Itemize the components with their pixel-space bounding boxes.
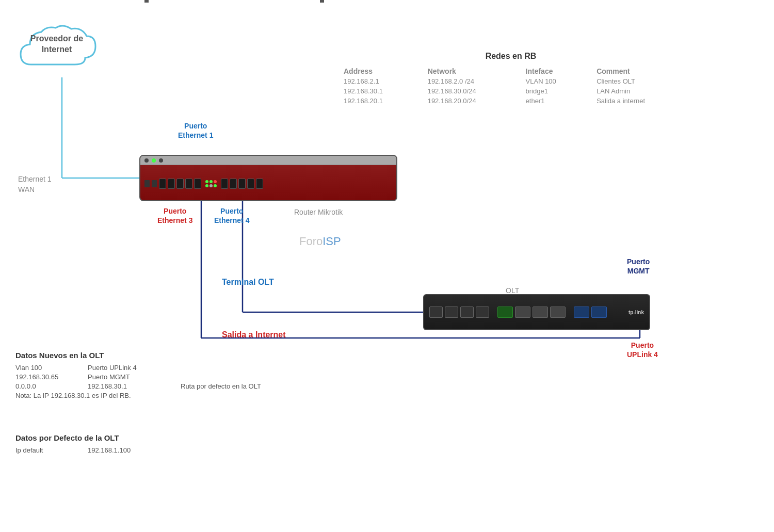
uplink-ports bbox=[574, 307, 607, 318]
datos-col3-3: Ruta por defecto en la OLT bbox=[181, 382, 261, 390]
cell-comment-2: LAN Admin bbox=[588, 86, 686, 96]
datos-row-4: Nota: La IP 192.168.30.1 es IP del RB. bbox=[15, 392, 325, 399]
puerto-eth3-label: Puerto Ethernet 3 bbox=[157, 206, 192, 225]
diagram-container: Proveedor de Internet Ethernet 1 WAN bbox=[0, 0, 774, 532]
uplink-port-1 bbox=[574, 307, 589, 318]
foro-isp-blue: ISP bbox=[322, 235, 341, 248]
cell-iface-3: ether1 bbox=[518, 96, 589, 106]
puerto-eth4-line1: Puerto bbox=[214, 206, 249, 216]
sfp-port-2 bbox=[445, 307, 458, 318]
datos-nuevos-title: Datos Nuevos en la OLT bbox=[15, 351, 325, 360]
datos-col2-1: Puerto UPLink 4 bbox=[88, 364, 170, 372]
datos-defecto-col1: Ip default bbox=[15, 446, 77, 454]
port-eth2 bbox=[168, 179, 175, 189]
puerto-eth3-line1: Puerto bbox=[157, 206, 192, 216]
led-1 bbox=[144, 158, 149, 163]
cloud-line2: Internet bbox=[15, 44, 98, 55]
port-eth5 bbox=[194, 179, 201, 189]
cell-iface-1: VLAN 100 bbox=[518, 76, 589, 86]
port-eth4 bbox=[185, 179, 192, 189]
terminal-olt-label: Terminal OLT bbox=[222, 278, 274, 287]
salida-internet-label: Salida a Internet bbox=[222, 330, 286, 340]
datos-col2-3: 192.168.30.1 bbox=[88, 382, 170, 390]
tplink-brand: tp-link bbox=[628, 310, 644, 315]
sfp-ports bbox=[429, 307, 489, 318]
eth-ports-group1 bbox=[159, 179, 201, 189]
puerto-eth1-line1: Puerto bbox=[178, 121, 213, 131]
port-sfp bbox=[152, 180, 157, 187]
rj45-port-2 bbox=[515, 307, 530, 318]
datos-defecto-row-1: Ip default 192.168.1.100 bbox=[15, 446, 222, 454]
port-eth9 bbox=[247, 179, 254, 189]
puerto-uplink4-line2: UPLink 4 bbox=[627, 350, 658, 359]
eth1-line2: WAN bbox=[18, 185, 52, 195]
antenna-right bbox=[320, 0, 324, 3]
eth-ports-group2 bbox=[221, 179, 263, 189]
antenna-left bbox=[144, 0, 149, 3]
puerto-uplink4-label: Puerto UPLink 4 bbox=[627, 341, 658, 359]
uplink-port-2 bbox=[591, 307, 607, 318]
datos-col1-2: 192.168.30.65 bbox=[15, 373, 77, 381]
port-eth6 bbox=[221, 179, 228, 189]
eth1-wan-label: Ethernet 1 WAN bbox=[18, 174, 52, 195]
puerto-eth4-line2: Ethernet 4 bbox=[214, 216, 249, 225]
cell-addr-2: 192.168.30.1 bbox=[335, 86, 420, 96]
router-mikrotik bbox=[139, 155, 397, 201]
rj45-ports bbox=[497, 307, 566, 318]
led-2 bbox=[152, 158, 156, 163]
olt-body: tp-link bbox=[424, 295, 649, 329]
cell-addr-1: 192.168.2.1 bbox=[335, 76, 420, 86]
col-header-network: Network bbox=[420, 66, 518, 76]
col-header-comment: Comment bbox=[588, 66, 686, 76]
datos-col2-2: Puerto MGMT bbox=[88, 373, 170, 381]
puerto-eth4-label: Puerto Ethernet 4 bbox=[214, 206, 249, 225]
port-eth8 bbox=[238, 179, 246, 189]
port-eth3 bbox=[176, 179, 184, 189]
col-header-address: Address bbox=[335, 66, 420, 76]
sfp-port-3 bbox=[460, 307, 474, 318]
cell-comment-3: Salida a internet bbox=[588, 96, 686, 106]
port-eth1 bbox=[159, 179, 166, 189]
datos-col1-1: Vlan 100 bbox=[15, 364, 77, 372]
puerto-eth1-label: Puerto Ethernet 1 bbox=[178, 121, 213, 140]
table-row: 192.168.20.1 192.168.20.0/24 ether1 Sali… bbox=[335, 96, 686, 106]
port-usb bbox=[144, 180, 150, 187]
led-3 bbox=[159, 158, 163, 163]
datos-row-1: Vlan 100 Puerto UPLink 4 bbox=[15, 364, 325, 372]
port-eth7 bbox=[230, 179, 237, 189]
datos-nuevos-section: Datos Nuevos en la OLT Vlan 100 Puerto U… bbox=[15, 351, 325, 401]
cloud-line1: Proveedor de bbox=[15, 34, 98, 44]
eth1-line1: Ethernet 1 bbox=[18, 174, 52, 185]
olt-label: OLT bbox=[506, 286, 519, 295]
table-row: 192.168.2.1 192.168.2.0 /24 VLAN 100 Cli… bbox=[335, 76, 686, 86]
puerto-mgmt-line2: MGMT bbox=[627, 266, 650, 276]
datos-row-2: 192.168.30.65 Puerto MGMT bbox=[15, 373, 325, 381]
sfp-port-1 bbox=[429, 307, 443, 318]
port-eth10 bbox=[256, 179, 263, 189]
router-top-bar bbox=[140, 156, 396, 165]
puerto-eth3-line2: Ethernet 3 bbox=[157, 216, 192, 225]
datos-nota: Nota: La IP 192.168.30.1 es IP del RB. bbox=[15, 392, 131, 399]
rj45-port-4 bbox=[550, 307, 566, 318]
puerto-mgmt-line1: Puerto bbox=[627, 257, 650, 266]
datos-defecto-title: Datos por Defecto de la OLT bbox=[15, 433, 222, 442]
datos-defecto-col2: 192.168.1.100 bbox=[88, 446, 170, 454]
table-row: 192.168.30.1 192.168.30.0/24 bridge1 LAN… bbox=[335, 86, 686, 96]
cell-addr-3: 192.168.20.1 bbox=[335, 96, 420, 106]
datos-defecto-section: Datos por Defecto de la OLT Ip default 1… bbox=[15, 433, 222, 456]
puerto-mgmt-label: Puerto MGMT bbox=[627, 257, 650, 276]
sfp-port-4 bbox=[476, 307, 489, 318]
cell-net-3: 192.168.20.0/24 bbox=[420, 96, 518, 106]
olt-device: tp-link bbox=[423, 294, 650, 330]
cell-net-2: 192.168.30.0/24 bbox=[420, 86, 518, 96]
foro-isp-watermark: ForoISP bbox=[299, 235, 341, 248]
cell-iface-2: bridge1 bbox=[518, 86, 589, 96]
cell-comment-1: Clientes OLT bbox=[588, 76, 686, 86]
datos-col1-3: 0.0.0.0 bbox=[15, 382, 77, 390]
cell-net-1: 192.168.2.0 /24 bbox=[420, 76, 518, 86]
cloud-label: Proveedor de Internet bbox=[15, 34, 98, 55]
puerto-uplink4-line1: Puerto bbox=[627, 341, 658, 350]
rj45-port-3 bbox=[533, 307, 548, 318]
puerto-eth1-line2: Ethernet 1 bbox=[178, 131, 213, 140]
router-label: Router Mikrotik bbox=[294, 208, 343, 216]
